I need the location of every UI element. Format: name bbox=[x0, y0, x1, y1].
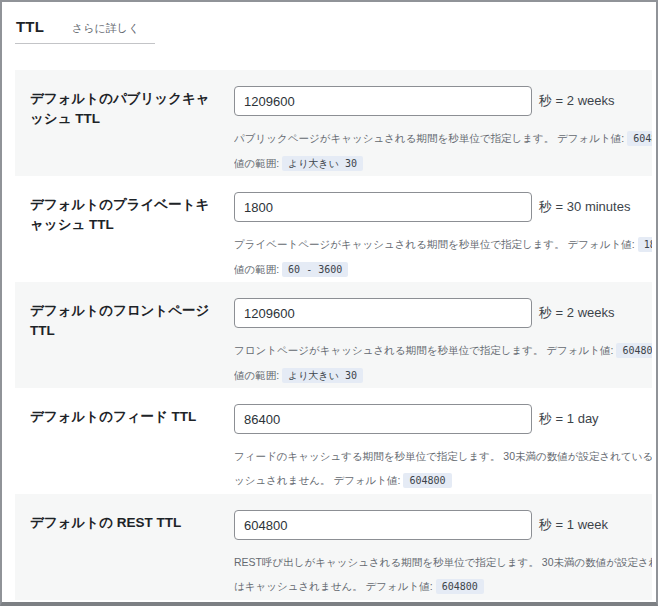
settings-row: デフォルトのフロントページ TTL秒 = 2 weeksフロントページがキャッシ… bbox=[15, 282, 652, 388]
input-line: 秒 = 1 week bbox=[234, 510, 652, 540]
description-text: はキャッシュされません。 デフォルト値: bbox=[234, 580, 436, 592]
description-text: フィードのキャッシュする期間を秒単位で指定します。 30未満の数値が設定されてい… bbox=[234, 450, 652, 462]
input-line: 秒 = 30 minutes bbox=[234, 192, 652, 222]
description-text: パブリックページがキャッシュされる期間を秒単位で指定します。 デフォルト値: bbox=[234, 132, 627, 144]
description-line: 値の範囲: より大きい 30 bbox=[234, 151, 652, 176]
description-line: プライベートページがキャッシュされる期間を秒単位で指定します。 デフォルト値: … bbox=[234, 232, 652, 257]
description-text: 値の範囲: bbox=[234, 263, 282, 275]
description-line: パブリックページがキャッシュされる期間を秒単位で指定します。 デフォルト値: 6… bbox=[234, 126, 652, 151]
description-line: はキャッシュされません。 デフォルト値: 604800 bbox=[234, 574, 652, 599]
ttl-unit-suffix: 秒 = 1 day bbox=[539, 410, 599, 428]
field-description: フロントページがキャッシュされる期間を秒単位で指定します。 デフォルト値: 60… bbox=[234, 338, 652, 388]
ttl-unit-suffix: 秒 = 1 week bbox=[539, 516, 608, 534]
description-line: フロントページがキャッシュされる期間を秒単位で指定します。 デフォルト値: 60… bbox=[234, 338, 652, 363]
code-badge: 604800 bbox=[627, 131, 652, 146]
code-badge: より大きい 30 bbox=[282, 368, 363, 383]
field-area: 秒 = 30 minutesプライベートページがキャッシュされる期間を秒単位で指… bbox=[234, 192, 652, 282]
description-text: プライベートページがキャッシュされる期間を秒単位で指定します。 デフォルト値: bbox=[234, 238, 638, 250]
ttl-input[interactable] bbox=[234, 192, 532, 222]
ttl-unit-suffix: 秒 = 2 weeks bbox=[539, 304, 615, 322]
field-description: REST呼び出しがキャッシュされる期間を秒単位で指定します。 30未満の数値が設… bbox=[234, 550, 652, 599]
field-area: 秒 = 2 weeksパブリックページがキャッシュされる期間を秒単位で指定します… bbox=[234, 86, 652, 176]
ttl-unit-suffix: 秒 = 2 weeks bbox=[539, 92, 615, 110]
settings-row: デフォルトのプライベートキャッシュ TTL秒 = 30 minutesプライベー… bbox=[15, 176, 652, 282]
description-text: 値の範囲: bbox=[234, 157, 282, 169]
field-label: デフォルトの REST TTL bbox=[30, 510, 234, 600]
field-area: 秒 = 1 weekREST呼び出しがキャッシュされる期間を秒単位で指定します。… bbox=[234, 510, 652, 600]
input-line: 秒 = 1 day bbox=[234, 404, 652, 434]
field-area: 秒 = 2 weeksフロントページがキャッシュされる期間を秒単位で指定します。… bbox=[234, 298, 652, 388]
field-description: プライベートページがキャッシュされる期間を秒単位で指定します。 デフォルト値: … bbox=[234, 232, 652, 282]
ttl-input[interactable] bbox=[234, 510, 532, 540]
ttl-input[interactable] bbox=[234, 86, 532, 116]
ttl-settings-panel: TTL さらに詳しく デフォルトのパブリックキャッシュ TTL秒 = 2 wee… bbox=[0, 0, 658, 606]
field-label: デフォルトのフロントページ TTL bbox=[30, 298, 234, 388]
description-line: 値の範囲: より大きい 30 bbox=[234, 363, 652, 388]
ttl-unit-suffix: 秒 = 30 minutes bbox=[539, 198, 630, 216]
field-description: パブリックページがキャッシュされる期間を秒単位で指定します。 デフォルト値: 6… bbox=[234, 126, 652, 176]
learn-more-link[interactable]: さらに詳しく bbox=[72, 21, 139, 36]
settings-row: デフォルトのパブリックキャッシュ TTL秒 = 2 weeksパブリックページが… bbox=[15, 70, 652, 176]
code-badge: 60 - 3600 bbox=[282, 262, 348, 277]
description-line: 値の範囲: 60 - 3600 bbox=[234, 257, 652, 282]
description-text: 値の範囲: bbox=[234, 369, 282, 381]
field-description: フィードのキャッシュする期間を秒単位で指定します。 30未満の数値が設定されてい… bbox=[234, 444, 652, 493]
section-header: TTL さらに詳しく bbox=[15, 18, 155, 44]
input-line: 秒 = 2 weeks bbox=[234, 298, 652, 328]
description-line: ッシュされません。 デフォルト値: 604800 bbox=[234, 468, 652, 493]
description-text: REST呼び出しがキャッシュされる期間を秒単位で指定します。 30未満の数値が設… bbox=[234, 556, 652, 568]
page-title: TTL bbox=[16, 18, 44, 35]
code-badge: 1800 bbox=[638, 237, 652, 252]
description-line: REST呼び出しがキャッシュされる期間を秒単位で指定します。 30未満の数値が設… bbox=[234, 550, 652, 574]
code-badge: 604800 bbox=[436, 579, 484, 594]
settings-row: デフォルトのフィード TTL秒 = 1 dayフィードのキャッシュする期間を秒単… bbox=[15, 388, 652, 494]
settings-rows: デフォルトのパブリックキャッシュ TTL秒 = 2 weeksパブリックページが… bbox=[2, 70, 656, 600]
field-label: デフォルトのフィード TTL bbox=[30, 404, 234, 494]
ttl-input[interactable] bbox=[234, 404, 532, 434]
description-line: フィードのキャッシュする期間を秒単位で指定します。 30未満の数値が設定されてい… bbox=[234, 444, 652, 468]
description-text: フロントページがキャッシュされる期間を秒単位で指定します。 デフォルト値: bbox=[234, 344, 616, 356]
field-label: デフォルトのプライベートキャッシュ TTL bbox=[30, 192, 234, 282]
input-line: 秒 = 2 weeks bbox=[234, 86, 652, 116]
field-area: 秒 = 1 dayフィードのキャッシュする期間を秒単位で指定します。 30未満の… bbox=[234, 404, 652, 494]
settings-row: デフォルトの REST TTL秒 = 1 weekREST呼び出しがキャッシュさ… bbox=[15, 494, 652, 600]
ttl-input[interactable] bbox=[234, 298, 532, 328]
code-badge: 604800 bbox=[616, 343, 652, 358]
code-badge: 604800 bbox=[403, 473, 451, 488]
description-text: ッシュされません。 デフォルト値: bbox=[234, 474, 403, 486]
field-label: デフォルトのパブリックキャッシュ TTL bbox=[30, 86, 234, 176]
code-badge: より大きい 30 bbox=[282, 156, 363, 171]
